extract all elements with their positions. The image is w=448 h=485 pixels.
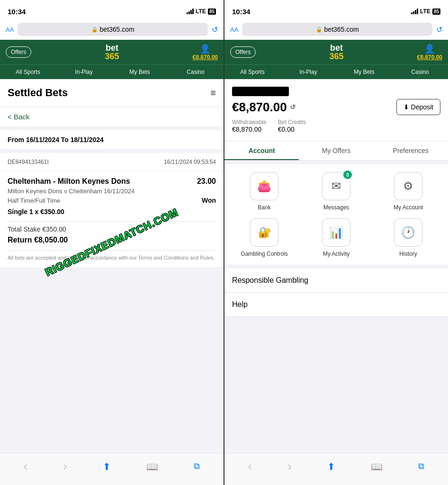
menu-item-responsible-gambling[interactable]: Responsible Gambling <box>224 269 448 293</box>
bet-date: 16/11/2024 09:53:54 <box>164 159 216 165</box>
bet-credits-item: Bet Credits €0.00 <box>278 119 306 133</box>
bet-text-left: bet <box>106 44 118 52</box>
deposit-button[interactable]: ⬇ Deposit <box>396 99 440 115</box>
lock-icon-left: 🔒 <box>91 27 98 33</box>
lte-label-right: LTE <box>420 8 430 15</box>
messages-badge: 0 <box>343 171 352 179</box>
balance-row: €8,870.00 ↺ ⬇ Deposit <box>232 99 440 115</box>
status-icons-left: LTE 85 <box>187 8 216 15</box>
battery-percent-left: 85 <box>208 9 216 15</box>
account-header-section: €8,870.00 ↺ ⬇ Deposit Withdrawable €8,87… <box>224 79 448 141</box>
grid-item-bank[interactable]: 👛 Bank <box>232 172 296 211</box>
bet-text-right: bet <box>330 44 343 52</box>
nav-in-play-left[interactable]: In-Play <box>56 65 112 79</box>
menu-section: Responsible Gambling Help <box>224 269 448 317</box>
browser-tabs-left[interactable]: ⧉ <box>190 459 204 473</box>
balance-refresh-icon[interactable]: ↺ <box>290 103 296 111</box>
nav-all-sports-left[interactable]: All Sports <box>0 65 56 79</box>
screen-content-left: Settled Bets ≡ < Back From 16/11/2024 To… <box>0 79 224 453</box>
back-button[interactable]: < Back <box>0 107 224 126</box>
refresh-button-left[interactable]: ↺ <box>212 25 218 34</box>
bet-match-row: Cheltenham - Milton Keynes Dons 23.00 <box>8 177 216 186</box>
refresh-button-right[interactable]: ↺ <box>436 25 442 34</box>
withdrawable-label: Withdrawable <box>232 119 267 126</box>
browser-forward-left[interactable]: › <box>59 457 71 476</box>
left-screen: 10:34 LTE 85 AA 🔒 bet365.com ↺ <box>0 0 224 485</box>
my-account-icon: ⚙ <box>403 180 413 193</box>
account-section-right[interactable]: 👤 €8,870.00 <box>417 44 442 61</box>
gambling-controls-label: Gambling Controls <box>241 251 287 257</box>
grid-item-gambling-controls[interactable]: 🔐 Gambling Controls <box>232 218 296 257</box>
screen-content-right: €8,870.00 ↺ ⬇ Deposit Withdrawable €8,87… <box>224 79 448 453</box>
bet-market: Half Time/Full Time <box>8 197 60 204</box>
gambling-controls-icon-container: 🔐 <box>250 218 278 247</box>
bet-market-row: Half Time/Full Time Won <box>8 197 216 204</box>
tab-preferences[interactable]: Preferences <box>374 141 448 160</box>
bet-return: Return €8,050.00 <box>8 236 216 244</box>
url-text-right: bet365.com <box>324 26 359 33</box>
account-balance-left: €8,870.00 <box>193 54 218 61</box>
grid-item-my-account[interactable]: ⚙ My Account <box>376 172 440 211</box>
bet365-logo-left: bet 365 <box>105 44 119 61</box>
365-text-right: 365 <box>330 52 344 61</box>
bet-card-header: DE8494133461I 16/11/2024 09:53:54 <box>0 153 224 171</box>
hamburger-icon[interactable]: ≡ <box>210 88 216 99</box>
bet365-logo-right: bet 365 <box>330 44 344 61</box>
browser-share-left[interactable]: ⬆ <box>99 459 115 474</box>
browser-bottom-right: ‹ › ⬆ 📖 ⧉ <box>224 453 448 485</box>
user-redacted <box>232 87 289 96</box>
my-account-icon-container: ⚙ <box>394 172 422 200</box>
status-bar-right: 10:34 LTE 85 <box>224 0 448 21</box>
nav-my-bets-left[interactable]: My Bets <box>112 65 168 79</box>
browser-share-right[interactable]: ⬆ <box>323 459 339 474</box>
grid-item-history[interactable]: 🕐 History <box>376 218 440 257</box>
browser-forward-right[interactable]: › <box>284 457 296 476</box>
url-bar-right[interactable]: 🔒 bet365.com <box>242 23 432 36</box>
signal-icon <box>187 9 194 14</box>
lte-label: LTE <box>196 8 206 15</box>
time-left: 10:34 <box>8 8 26 16</box>
tab-my-offers[interactable]: My Offers <box>299 141 373 160</box>
nav-casino-right[interactable]: Casino <box>392 65 448 79</box>
nav-in-play-right[interactable]: In-Play <box>280 65 336 79</box>
bank-label: Bank <box>258 204 270 211</box>
grid-item-messages[interactable]: ✉ 0 Messages <box>304 172 368 211</box>
messages-icon-container: ✉ 0 <box>322 172 350 200</box>
time-right: 10:34 <box>232 8 250 16</box>
aa-button-right[interactable]: AA <box>230 26 238 33</box>
history-label: History <box>399 251 417 257</box>
grid-item-my-activity[interactable]: 📊 My Activity <box>304 218 368 257</box>
account-section-left[interactable]: 👤 €8,870.00 <box>193 44 218 61</box>
nav-casino-left[interactable]: Casino <box>168 65 224 79</box>
browser-back-left[interactable]: ‹ <box>20 457 32 476</box>
browser-tabs-right[interactable]: ⧉ <box>414 459 428 473</box>
nav-all-sports-right[interactable]: All Sports <box>224 65 280 79</box>
my-activity-icon: 📊 <box>329 226 343 239</box>
main-balance: €8,870.00 ↺ <box>232 100 296 115</box>
bet-credits-label: Bet Credits <box>278 119 306 126</box>
365-text-left: 365 <box>105 52 119 61</box>
nav-bar-right: All Sports In-Play My Bets Casino <box>224 64 448 79</box>
browser-bookmarks-right[interactable]: 📖 <box>367 459 386 474</box>
browser-back-right[interactable]: ‹ <box>244 457 256 476</box>
bet-result: Won <box>202 197 216 204</box>
aa-button-left[interactable]: AA <box>6 26 14 33</box>
bet-body: Cheltenham - Milton Keynes Dons 23.00 Mi… <box>0 171 224 267</box>
status-bar-left: 10:34 LTE 85 <box>0 0 224 21</box>
deposit-icon: ⬇ <box>403 103 409 111</box>
browser-bookmarks-left[interactable]: 📖 <box>143 459 162 474</box>
url-bar-left[interactable]: 🔒 bet365.com <box>18 23 208 36</box>
offers-button-left[interactable]: Offers <box>6 46 31 58</box>
page-title: Settled Bets <box>8 87 68 99</box>
bet-match-name: Cheltenham - Milton Keynes Dons <box>8 177 197 186</box>
tab-account[interactable]: Account <box>224 141 299 160</box>
date-range: From 16/11/2024 To 18/11/2024 <box>0 130 224 149</box>
url-text-left: bet365.com <box>100 26 134 33</box>
bet365-header-right: Offers bet 365 👤 €8,870.00 <box>224 40 448 64</box>
signal-icon-right <box>411 9 418 14</box>
menu-item-help[interactable]: Help <box>224 293 448 317</box>
offers-button-right[interactable]: Offers <box>230 46 256 58</box>
bet-sub-match: Milton Keynes Dons v Cheltenham 16/11/20… <box>8 188 216 195</box>
account-tabs: Account My Offers Preferences <box>224 141 448 161</box>
nav-my-bets-right[interactable]: My Bets <box>336 65 392 79</box>
